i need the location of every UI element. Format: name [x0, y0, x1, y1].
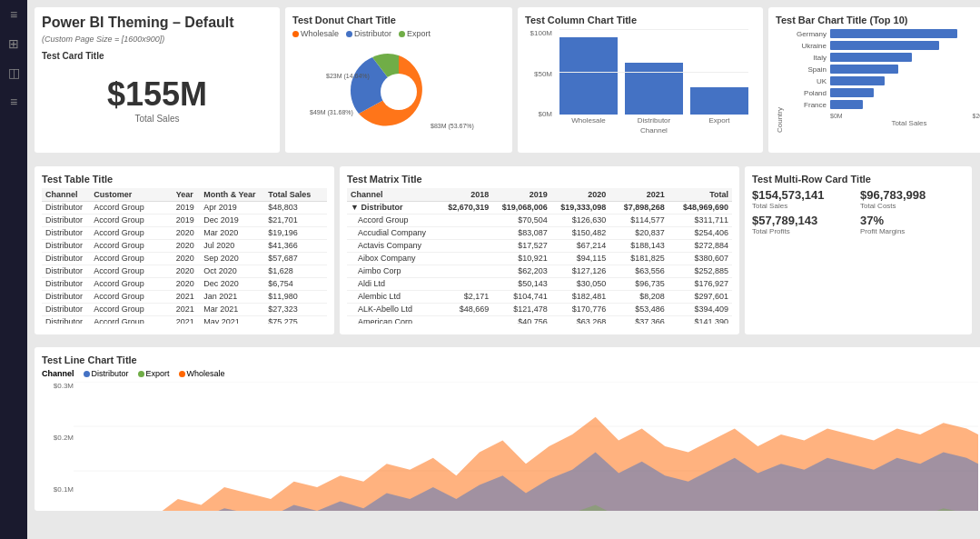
multi-row-card: Test Multi-Row Card Title $154,573,141 T… [745, 166, 972, 334]
metric-total-sales: $154,573,141 Total Sales [752, 188, 856, 210]
col-bar-distributor [625, 63, 683, 115]
table-header-row: Channel Customer Year Month & Year Total… [42, 188, 327, 202]
wholesale-dot [292, 31, 299, 37]
y-label-03m: $0.3M [42, 382, 74, 390]
matrix-table: Channel 2018 2019 2020 2021 Total ▼ Dist… [347, 188, 732, 324]
row2: Test Table Title Channel Customer Year M… [35, 166, 980, 334]
mth-2019: 2019 [492, 188, 551, 202]
table-row: DistributorAccord Group2020Dec 2020$6,75… [42, 277, 327, 290]
metric-label-profit-margins: Profit Margins [860, 227, 965, 235]
bar-row-ukraine: Ukraine [786, 41, 980, 50]
bar-label-germany: Germany [786, 30, 827, 38]
main-title: Power BI Theming – Default [42, 15, 272, 31]
th-month-year: Month & Year [200, 188, 264, 202]
table-row: DistributorAccord Group2020Sep 2020$57,6… [42, 252, 327, 265]
grid-line-top [559, 29, 748, 30]
distributor-expand[interactable]: ▼ Distributor [347, 201, 439, 214]
matrix-row: American Corp $40,756$63,268$37,366$141,… [347, 315, 732, 324]
mth-channel: Channel [347, 188, 439, 202]
y-label-01m: $0.1M [42, 485, 74, 494]
donut-legend-distributor: Distributor [346, 29, 391, 38]
matrix-card: Test Matrix Title Channel 2018 2019 2020… [340, 166, 739, 334]
bar-label-italy: Italy [786, 54, 827, 62]
bar-chart-bars: Germany Ukraine Italy [786, 29, 980, 133]
y-label-0m: $0M [525, 110, 552, 118]
x-label-wholesale: Wholesale [559, 116, 618, 125]
table-body: DistributorAccord Group2019Apr 2019$48,8… [42, 201, 327, 324]
data-table: Channel Customer Year Month & Year Total… [42, 188, 327, 324]
td-customer: Accord Group [90, 201, 172, 214]
table-row: DistributorAccord Group2021Mar 2021$27,3… [42, 303, 327, 315]
matrix-row: Aldi Ltd $50,143$30,050$96,735$176,927 [347, 277, 732, 290]
bar-label-france: France [786, 101, 827, 109]
matrix-header: Channel 2018 2019 2020 2021 Total [347, 188, 732, 202]
metric-value-total-profits: $57,789,143 [752, 214, 856, 227]
h-bar-france [830, 100, 863, 109]
donut-legend-export: Export [399, 29, 431, 38]
filter-icon[interactable]: ≡ [10, 95, 17, 109]
line-y-axis: $0.3M $0.2M $0.1M $0.0M [42, 382, 74, 511]
multi-row-title: Test Multi-Row Card Title [752, 174, 965, 185]
line-legend-wholesale: Wholesale [179, 369, 225, 378]
bar-export[interactable] [690, 87, 748, 115]
donut-chart-title: Test Donut Chart Title [292, 15, 505, 25]
table-scroll[interactable]: Channel Customer Year Month & Year Total… [42, 188, 327, 324]
table-title: Test Table Title [42, 174, 327, 185]
bar-label-poland: Poland [786, 89, 827, 97]
total-sales-label: Total Sales [42, 114, 272, 124]
mth-2020: 2020 [551, 188, 610, 202]
export-line-dot [138, 371, 144, 377]
h-bar-uk [830, 76, 885, 85]
bar-row-poland: Poland [786, 88, 980, 97]
td-channel: Distributor [42, 201, 90, 214]
x-label-export: Export [690, 116, 748, 125]
matrix-distributor-row: ▼ Distributor $2,670,319 $19,068,006 $19… [347, 201, 732, 214]
donut-label-distributor: $49M (31.68%) [310, 109, 353, 116]
donut-svg: $23M (14.64%) $49M (31.68%) $83M (53.67%… [308, 42, 490, 142]
grid-icon[interactable]: ⊞ [8, 36, 19, 51]
total-sales-value: $155M [42, 75, 272, 114]
line-chart-svg: Jan 2019 Jul 2019 Jan 2020 Jul 2020 Jan … [74, 382, 978, 511]
matrix-row: Aibox Company $10,921$94,115$181,825$380… [347, 252, 732, 265]
td-sales: $48,803 [264, 201, 327, 214]
bar-distributor[interactable] [625, 63, 683, 115]
metric-value-total-costs: $96,783,998 [860, 188, 965, 202]
line-chart-with-axes: $0.3M $0.2M $0.1M $0.0M [42, 382, 980, 511]
bar-wholesale[interactable] [559, 37, 618, 115]
matrix-row: Accord Group $70,504$126,630$114,577$311… [347, 214, 732, 226]
h-bar-germany [830, 29, 957, 38]
h-bar-spain [830, 65, 898, 74]
menu-icon[interactable]: ≡ [10, 7, 17, 22]
td-year: 2019 [173, 201, 201, 214]
donut-hole [381, 74, 417, 110]
column-chart-area: Wholesale Distributor Export Channel [552, 29, 756, 135]
bar-chart-x-axis: $0M $20M [786, 113, 980, 119]
column-x-labels: Wholesale Distributor Export [552, 115, 756, 126]
wholesale-line-dot [179, 371, 185, 377]
row3: Test Line Chart Title Channel Distributo… [35, 347, 980, 511]
donut-label-export: $23M (14.64%) [326, 73, 370, 80]
donut-container: $23M (14.64%) $49M (31.68%) $83M (53.67%… [292, 42, 505, 142]
row1: Power BI Theming – Default (Custom Page … [35, 7, 980, 153]
metric-label-total-sales: Total Sales [752, 202, 856, 210]
mth-2021: 2021 [609, 188, 668, 202]
bar-chart-title: Test Bar Chart Title (Top 10) [776, 15, 980, 25]
title-card: Power BI Theming – Default (Custom Page … [35, 7, 280, 153]
line-chart-card: Test Line Chart Title Channel Distributo… [35, 347, 980, 511]
y-label-50m: $50M [525, 70, 552, 78]
matrix-scroll[interactable]: Channel 2018 2019 2020 2021 Total ▼ Dist… [347, 188, 732, 324]
line-chart-title: Test Line Chart Title [42, 354, 980, 365]
y-label-100m: $100M [525, 29, 552, 37]
page-icon[interactable]: ◫ [8, 65, 20, 80]
line-legend-distributor: Distributor [84, 369, 129, 378]
metric-value-profit-margins: 37% [860, 214, 965, 227]
column-bars-area [552, 29, 756, 115]
metric-label-total-profits: Total Profits [752, 227, 856, 235]
table-row: DistributorAccord Group2021Jan 2021$11,9… [42, 290, 327, 303]
donut-chart-card: Test Donut Chart Title Wholesale Distrib… [285, 7, 512, 153]
bar-label-uk: UK [786, 77, 827, 85]
matrix-body: ▼ Distributor $2,670,319 $19,068,006 $19… [347, 201, 732, 324]
line-chart-legend: Channel Distributor Export Wholesale [42, 369, 980, 378]
col-bar-wholesale [559, 37, 618, 115]
h-bar-italy [830, 53, 912, 62]
